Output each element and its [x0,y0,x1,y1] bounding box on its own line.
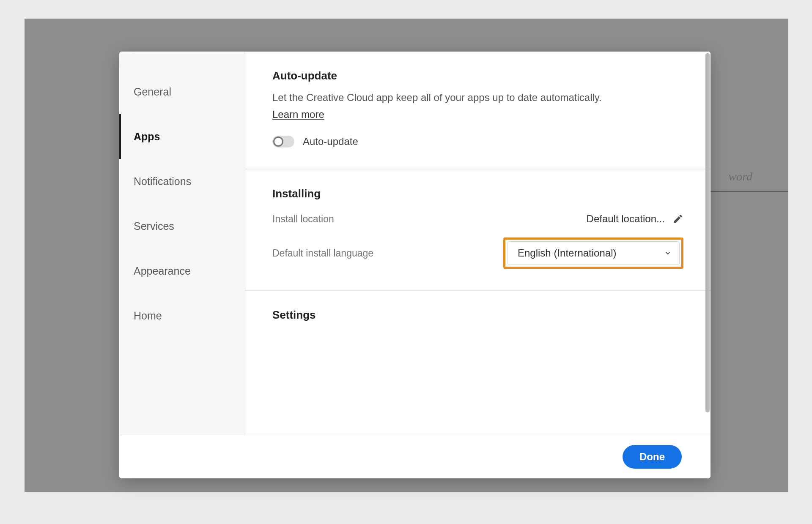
dialog-footer: Done [119,435,710,478]
sidebar-item-services[interactable]: Services [119,204,245,248]
sidebar-item-label: Apps [134,131,160,143]
background-hint-text: word [728,170,752,183]
sidebar-item-label: Home [134,310,162,322]
sidebar-item-appearance[interactable]: Appearance [119,248,245,293]
settings-heading: Settings [272,308,683,322]
install-location-value: Default location... [587,213,665,225]
language-dropdown[interactable]: English (International) [507,241,680,265]
section-auto-update: Auto-update Let the Creative Cloud app k… [245,52,710,169]
sidebar-item-label: Services [134,220,174,232]
install-language-row: Default install language English (Intern… [272,237,683,269]
content-scrollbar[interactable] [705,53,710,412]
language-dropdown-highlight: English (International) [503,237,683,269]
install-location-label: Install location [272,213,334,225]
section-settings: Settings [245,291,710,435]
content-area: Auto-update Let the Creative Cloud app k… [245,52,710,435]
toggle-knob [273,136,283,147]
install-location-right: Default location... [587,213,683,225]
sidebar-item-notifications[interactable]: Notifications [119,159,245,204]
sidebar-item-label: Notifications [134,175,191,188]
sidebar-item-general[interactable]: General [119,69,245,114]
language-dropdown-value: English (International) [518,247,616,259]
sidebar-item-apps[interactable]: Apps [119,114,245,159]
sidebar-item-label: General [134,86,171,98]
dialog-body: General Apps Notifications Services Appe… [119,52,710,435]
content-scroll[interactable]: Auto-update Let the Creative Cloud app k… [245,52,710,435]
pencil-icon[interactable] [672,213,683,224]
sidebar-item-label: Appearance [134,265,191,277]
preferences-dialog: General Apps Notifications Services Appe… [119,52,710,478]
auto-update-heading: Auto-update [272,69,683,82]
sidebar: General Apps Notifications Services Appe… [119,52,245,435]
install-language-label: Default install language [272,248,373,259]
auto-update-toggle[interactable] [272,136,294,147]
install-location-row: Install location Default location... [272,213,683,225]
chevron-down-icon [664,249,672,257]
auto-update-toggle-row: Auto-update [272,136,683,147]
sidebar-item-home[interactable]: Home [119,293,245,338]
section-installing: Installing Install location Default loca… [245,169,710,291]
background-window: word General Apps Notifications Services… [25,19,788,492]
installing-heading: Installing [272,187,683,200]
auto-update-toggle-label: Auto-update [303,136,358,147]
learn-more-link[interactable]: Learn more [272,109,324,120]
auto-update-description: Let the Creative Cloud app keep all of y… [272,90,683,105]
done-button[interactable]: Done [623,445,682,469]
